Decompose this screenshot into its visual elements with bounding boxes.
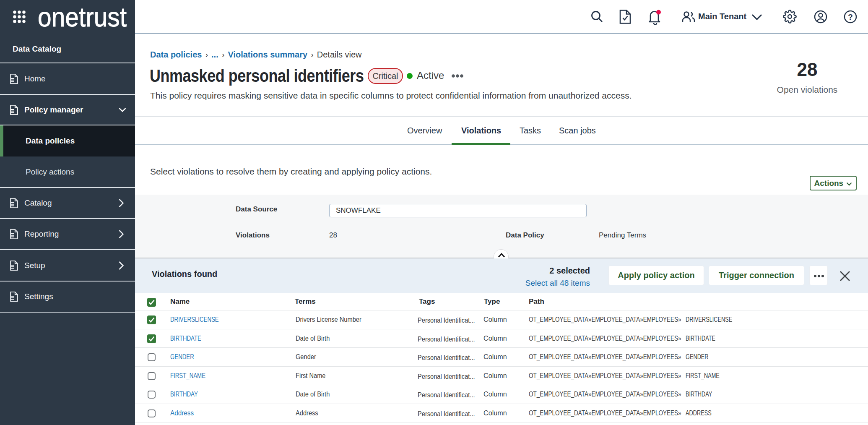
svg-text:?: ?	[848, 13, 853, 21]
svg-text:onetrust: onetrust	[38, 3, 127, 32]
